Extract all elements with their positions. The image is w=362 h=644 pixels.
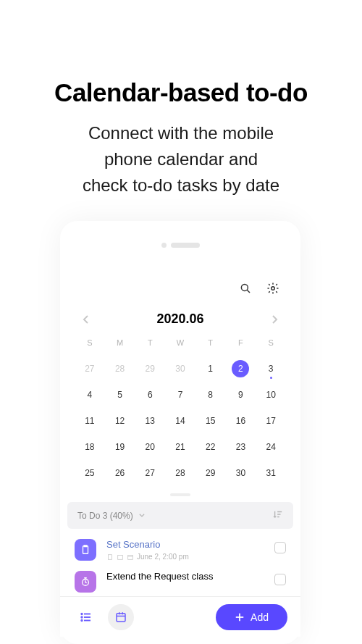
weekday-label: M <box>105 338 135 354</box>
calendar-day[interactable]: 21 <box>165 435 195 459</box>
calendar-day[interactable]: 27 <box>75 357 105 380</box>
calendar-day[interactable]: 10 <box>256 383 286 406</box>
calendar-day[interactable]: 19 <box>105 435 135 459</box>
subtitle-line: check to-do tasks by date <box>83 175 279 195</box>
svg-rect-7 <box>128 555 133 559</box>
calendar-day[interactable]: 30 <box>226 461 256 485</box>
calendar-day[interactable]: 1 <box>195 357 226 380</box>
month-title: 2020.06 <box>156 311 203 327</box>
calendar-day[interactable]: 23 <box>226 435 256 459</box>
filter-label: To Do 3 (40%) <box>77 511 133 521</box>
calendar-day[interactable]: 9 <box>226 383 256 406</box>
weekday-label: T <box>135 338 165 354</box>
calendar-day[interactable]: 22 <box>195 435 226 459</box>
weekday-label: T <box>195 338 226 354</box>
checkbox[interactable] <box>274 542 286 553</box>
gear-icon[interactable] <box>266 281 280 296</box>
svg-point-14 <box>81 616 83 618</box>
calendar-day[interactable]: 8 <box>195 383 226 406</box>
svg-point-15 <box>81 619 83 621</box>
calendar-day[interactable]: 26 <box>105 461 135 485</box>
bottom-nav: Add <box>60 596 300 637</box>
calendar-day[interactable]: 29 <box>195 461 226 485</box>
svg-rect-3 <box>83 546 88 554</box>
chevron-left-icon[interactable] <box>80 314 92 325</box>
svg-line-1 <box>247 290 250 293</box>
add-button-label: Add <box>251 611 269 623</box>
calendar-day[interactable]: 2 <box>232 360 249 377</box>
svg-rect-6 <box>118 555 123 559</box>
chevron-right-icon[interactable] <box>269 314 280 325</box>
sort-icon[interactable] <box>273 509 283 522</box>
todo-title: Extend the Request class <box>106 571 264 582</box>
calendar-day[interactable]: 25 <box>75 461 105 485</box>
calendar-day[interactable]: 16 <box>226 409 256 432</box>
calendar-day[interactable]: 30 <box>165 357 195 380</box>
svg-rect-16 <box>117 613 125 621</box>
svg-point-13 <box>81 613 83 614</box>
calendar-day[interactable]: 11 <box>75 409 105 432</box>
calendar-day[interactable]: 29 <box>135 357 165 380</box>
svg-point-0 <box>241 284 248 290</box>
speaker-notch <box>60 221 300 248</box>
calendar-day[interactable]: 28 <box>165 461 195 485</box>
chevron-down-icon <box>138 511 146 521</box>
calendar-day[interactable]: 6 <box>135 383 165 406</box>
todo-meta: June 2, 2:00 pm <box>106 553 264 561</box>
search-icon[interactable] <box>238 281 253 296</box>
calendar-day[interactable]: 14 <box>165 409 195 432</box>
weekday-label: S <box>75 338 105 354</box>
list-view-icon[interactable] <box>73 604 99 630</box>
svg-point-2 <box>272 287 275 290</box>
filter-dropdown[interactable]: To Do 3 (40%) <box>67 502 293 529</box>
calendar-day[interactable]: 12 <box>105 409 135 432</box>
calendar-view-icon[interactable] <box>108 604 134 630</box>
todo-title: Set Scenario <box>106 539 264 550</box>
calendar-day[interactable]: 17 <box>256 409 286 432</box>
calendar-day[interactable]: 4 <box>75 383 105 406</box>
calendar-day[interactable]: 18 <box>75 435 105 459</box>
phone-mockup: 2020.06 SMTWTFS 272829301234567891011121… <box>60 221 300 644</box>
list-item[interactable]: Set ScenarioJune 2, 2:00 pm <box>60 529 300 561</box>
weekday-label: F <box>226 338 256 354</box>
drag-handle[interactable] <box>170 493 190 496</box>
calendar-day[interactable]: 5 <box>105 383 135 406</box>
calendar-day[interactable]: 3 <box>256 357 286 380</box>
list-item[interactable]: Extend the Request class <box>60 561 300 593</box>
weekday-label: S <box>256 338 286 354</box>
add-button[interactable]: Add <box>216 604 287 630</box>
calendar-day[interactable]: 27 <box>135 461 165 485</box>
calendar-day[interactable]: 24 <box>256 435 286 459</box>
page-subtitle: Connect with the mobile phone calendar a… <box>0 120 362 198</box>
calendar-day[interactable]: 31 <box>256 461 286 485</box>
checkbox[interactable] <box>274 574 286 585</box>
alarm-icon <box>75 571 96 593</box>
clipboard-icon <box>75 539 96 561</box>
calendar-day[interactable]: 28 <box>105 357 135 380</box>
svg-rect-5 <box>109 554 112 559</box>
subtitle-line: Connect with the mobile <box>88 123 274 143</box>
calendar-day[interactable]: 7 <box>165 383 195 406</box>
calendar-day[interactable]: 15 <box>195 409 226 432</box>
calendar-grid: SMTWTFS 27282930123456789101112131415161… <box>60 327 300 485</box>
calendar-day[interactable]: 20 <box>135 435 165 459</box>
weekday-label: W <box>165 338 195 354</box>
subtitle-line: phone calendar and <box>104 149 258 169</box>
page-title: Calendar-based to-do <box>0 78 362 107</box>
calendar-day[interactable]: 13 <box>135 409 165 432</box>
